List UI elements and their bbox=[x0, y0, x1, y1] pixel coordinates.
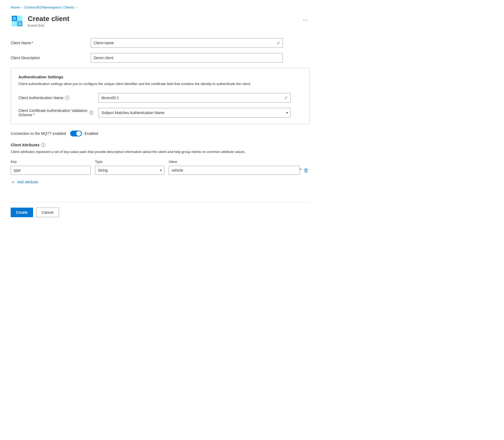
attr-key-input-0[interactable] bbox=[11, 166, 91, 175]
attr-col-value-header: Value bbox=[169, 160, 309, 164]
svg-rect-2 bbox=[17, 16, 22, 21]
auth-name-input-wrapper: ✓ bbox=[98, 93, 291, 103]
cert-scheme-select[interactable]: Subject Matches Authentication Name Thum… bbox=[98, 108, 291, 118]
mqtt-label: Connection to the MQTT enabled bbox=[11, 131, 66, 136]
add-attribute-button[interactable]: ＋ Add attribute bbox=[11, 178, 38, 186]
client-name-row: Client Name* ✓ bbox=[11, 38, 309, 48]
svg-rect-1 bbox=[13, 17, 16, 20]
attr-value-wrapper-0: * bbox=[169, 166, 309, 175]
auth-name-control: ✓ bbox=[98, 93, 291, 103]
page-header: Create client Event Grid ··· bbox=[11, 15, 309, 27]
attr-section-desc: Client attributes represent a set of key… bbox=[11, 149, 309, 155]
client-name-check-icon: ✓ bbox=[277, 41, 280, 46]
attr-value-input-0[interactable] bbox=[169, 166, 300, 175]
create-button[interactable]: Create bbox=[11, 208, 33, 217]
mqtt-toggle[interactable] bbox=[70, 131, 82, 136]
attr-col-type-header: Type bbox=[95, 160, 164, 164]
attr-type-select-wrapper-0: String Integer Boolean Float ▾ bbox=[95, 166, 164, 175]
breadcrumb-sep-2: › bbox=[76, 6, 77, 9]
breadcrumb-sep-1: › bbox=[22, 6, 23, 9]
breadcrumb-namespace[interactable]: ContosoEGNamespace | Clients bbox=[24, 5, 74, 9]
client-name-control: ✓ bbox=[91, 38, 283, 48]
breadcrumb: Home › ContosoEGNamespace | Clients › bbox=[11, 5, 309, 9]
page-subtitle: Event Grid bbox=[28, 23, 294, 27]
auth-settings-box: Authentication Settings Client authentic… bbox=[11, 68, 309, 124]
mqtt-toggle-status: Enabled bbox=[85, 131, 98, 136]
auth-settings-title: Authentication Settings bbox=[18, 75, 302, 79]
more-options-button[interactable]: ··· bbox=[301, 16, 309, 24]
page-title: Create client bbox=[28, 15, 294, 23]
client-attributes-section: Client Attributes i Client attributes re… bbox=[11, 143, 309, 186]
cancel-button[interactable]: Cancel bbox=[36, 208, 59, 217]
attr-row-0: String Integer Boolean Float ▾ * bbox=[11, 166, 309, 175]
auth-name-info-icon[interactable]: i bbox=[65, 96, 69, 100]
cert-scheme-select-wrapper: Subject Matches Authentication Name Thum… bbox=[98, 108, 291, 118]
auth-settings-desc: Client authentication settings allow you… bbox=[18, 81, 302, 87]
client-name-label: Client Name* bbox=[11, 41, 85, 45]
client-description-label: Client Description bbox=[11, 56, 85, 60]
cert-scheme-control: Subject Matches Authentication Name Thum… bbox=[98, 108, 291, 118]
add-icon: ＋ bbox=[11, 180, 15, 184]
attr-section-title: Client Attributes i bbox=[11, 143, 309, 147]
auth-name-label: Client Authentication Name i bbox=[18, 96, 93, 100]
event-grid-icon bbox=[11, 15, 23, 27]
auth-name-input[interactable] bbox=[98, 93, 291, 103]
cert-scheme-label: Client Certificate Authentication Valida… bbox=[18, 108, 93, 117]
mqtt-toggle-wrapper[interactable]: Enabled bbox=[70, 131, 98, 136]
cert-scheme-info-icon[interactable]: i bbox=[90, 111, 93, 115]
client-attributes-info-icon[interactable]: i bbox=[41, 143, 45, 147]
mqtt-row: Connection to the MQTT enabled Enabled bbox=[11, 131, 309, 136]
auth-name-check-icon: ✓ bbox=[284, 95, 288, 100]
cert-scheme-row: Client Certificate Authentication Valida… bbox=[18, 108, 302, 118]
svg-rect-3 bbox=[12, 21, 17, 26]
svg-rect-7 bbox=[305, 168, 307, 169]
client-name-input-wrapper: ✓ bbox=[91, 38, 283, 48]
footer-divider bbox=[11, 202, 309, 202]
client-name-input[interactable] bbox=[91, 38, 283, 48]
svg-rect-6 bbox=[304, 169, 308, 169]
attr-type-select-0[interactable]: String Integer Boolean Float bbox=[95, 166, 164, 175]
client-description-control bbox=[91, 53, 283, 63]
footer-actions: Create Cancel bbox=[11, 208, 309, 217]
svg-rect-5 bbox=[18, 22, 21, 25]
client-description-input-wrapper bbox=[91, 53, 283, 63]
client-description-input[interactable] bbox=[91, 53, 283, 63]
attr-delete-button-0[interactable] bbox=[303, 167, 309, 174]
attr-value-required-0: * bbox=[300, 168, 301, 173]
attr-table-header: Key Type Value bbox=[11, 160, 309, 164]
breadcrumb-home[interactable]: Home bbox=[11, 5, 20, 9]
page-title-group: Create client Event Grid bbox=[28, 15, 294, 27]
auth-name-row: Client Authentication Name i ✓ bbox=[18, 93, 302, 103]
mqtt-toggle-knob bbox=[76, 131, 81, 136]
client-description-row: Client Description bbox=[11, 53, 309, 63]
attr-col-key-header: Key bbox=[11, 160, 91, 164]
